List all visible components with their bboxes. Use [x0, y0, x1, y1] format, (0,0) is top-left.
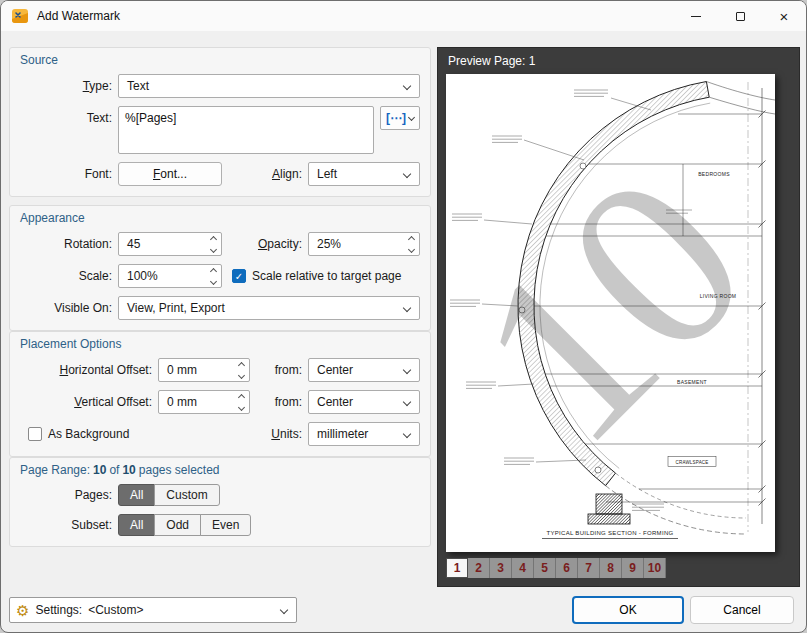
- add-watermark-dialog: Add Watermark × Source Type: Text Text: …: [0, 0, 807, 633]
- placement-group: Placement Options Horizontal Offset: 0 m…: [9, 331, 431, 457]
- visible-on-value: View, Print, Export: [127, 301, 225, 315]
- page-button-2[interactable]: 2: [468, 558, 490, 578]
- opacity-value: 25%: [317, 237, 341, 251]
- units-value: millimeter: [317, 427, 368, 441]
- watermark-text-input[interactable]: %[Pages]: [118, 106, 374, 154]
- spinner-up-icon[interactable]: [210, 268, 217, 275]
- app-icon: [11, 7, 29, 25]
- spinner-up-icon[interactable]: [408, 236, 415, 243]
- vertical-offset-label: Vertical Offset:: [20, 395, 152, 409]
- pages-label: Pages:: [20, 488, 112, 502]
- spinner-down-icon[interactable]: [238, 372, 245, 379]
- window-controls: ×: [674, 1, 806, 31]
- spinner-up-icon[interactable]: [210, 236, 217, 243]
- macro-icon: [⋯]: [386, 112, 406, 124]
- scale-relative-label: Scale relative to target page: [252, 269, 401, 283]
- scale-relative-checkbox[interactable]: ✓: [232, 269, 246, 283]
- title-bar: Add Watermark ×: [1, 1, 806, 31]
- opacity-spinner[interactable]: 25%: [308, 232, 420, 256]
- font-button[interactable]: Font...: [118, 162, 222, 186]
- spinner-down-icon[interactable]: [238, 404, 245, 411]
- close-icon: ×: [780, 9, 789, 24]
- page-button-1[interactable]: 1: [446, 558, 468, 578]
- spinner-up-icon[interactable]: [238, 362, 245, 369]
- h-from-select[interactable]: Center: [308, 358, 420, 382]
- minimize-icon: [691, 16, 701, 17]
- page-button-8[interactable]: 8: [600, 558, 622, 578]
- page-button-4[interactable]: 4: [512, 558, 534, 578]
- appearance-group: Appearance Rotation: 45 Opacity: 25% Sca…: [9, 205, 431, 331]
- page-button-6[interactable]: 6: [556, 558, 578, 578]
- spinner-down-icon[interactable]: [408, 246, 415, 253]
- gear-icon: ⚙: [16, 603, 29, 618]
- scale-value: 100%: [127, 269, 158, 283]
- page-button-7[interactable]: 7: [578, 558, 600, 578]
- chevron-down-icon: [403, 304, 411, 312]
- align-select[interactable]: Left: [308, 162, 420, 186]
- scale-spinner[interactable]: 100%: [118, 264, 222, 288]
- page-range-group: Page Range:10of10pages selected Pages: A…: [9, 457, 431, 547]
- subset-segment: All Odd Even: [118, 514, 251, 536]
- chevron-down-icon: [403, 82, 411, 90]
- align-value: Left: [317, 167, 337, 181]
- cancel-button[interactable]: Cancel: [690, 596, 794, 624]
- insert-macro-button[interactable]: [⋯]: [380, 106, 420, 130]
- horizontal-offset-value: 0 mm: [167, 363, 197, 377]
- spinner-down-icon[interactable]: [210, 246, 217, 253]
- font-label: Font:: [20, 167, 112, 181]
- horizontal-offset-label: Horizontal Offset:: [20, 363, 152, 377]
- type-label: Type:: [20, 79, 112, 93]
- architectural-drawing: BEDROOMS LIVING ROOM BASEMENT CRAWLSPACE…: [446, 74, 775, 552]
- spinner-down-icon[interactable]: [210, 278, 217, 285]
- subset-even-button[interactable]: Even: [200, 514, 251, 536]
- page-button-5[interactable]: 5: [534, 558, 556, 578]
- placement-group-title: Placement Options: [10, 332, 430, 354]
- close-button[interactable]: ×: [762, 1, 806, 31]
- room-label-crawlspace: CRAWLSPACE: [675, 460, 708, 465]
- v-from-select[interactable]: Center: [308, 390, 420, 414]
- ok-button[interactable]: OK: [572, 596, 684, 624]
- page-button-10[interactable]: 10: [644, 558, 666, 578]
- chevron-down-icon: [280, 606, 288, 614]
- room-label-basement: BASEMENT: [677, 379, 707, 385]
- appearance-group-title: Appearance: [10, 206, 430, 228]
- align-label: Align:: [272, 167, 302, 181]
- as-background-checkbox[interactable]: [28, 427, 42, 441]
- horizontal-offset-spinner[interactable]: 0 mm: [158, 358, 250, 382]
- preview-page-label: Preview Page: 1: [438, 48, 799, 74]
- settings-select[interactable]: ⚙ Settings: <Custom>: [9, 597, 297, 623]
- pages-custom-button[interactable]: Custom: [154, 484, 219, 506]
- spinner-up-icon[interactable]: [238, 394, 245, 401]
- h-from-label: from:: [275, 363, 302, 377]
- check-icon: ✓: [235, 271, 243, 282]
- chevron-down-icon: [408, 113, 415, 120]
- total-count: 10: [122, 463, 135, 477]
- rotation-value: 45: [127, 237, 140, 251]
- settings-label: Settings:: [35, 603, 82, 617]
- window-title: Add Watermark: [37, 9, 120, 23]
- preview-page: BEDROOMS LIVING ROOM BASEMENT CRAWLSPACE…: [446, 74, 775, 552]
- type-select[interactable]: Text: [118, 74, 420, 98]
- h-from-value: Center: [317, 363, 353, 377]
- maximize-button[interactable]: [718, 1, 762, 31]
- subset-odd-button[interactable]: Odd: [154, 514, 201, 536]
- pages-all-button[interactable]: All: [118, 484, 155, 506]
- units-select[interactable]: millimeter: [308, 422, 420, 446]
- room-label-living-room: LIVING ROOM: [700, 293, 737, 299]
- opacity-label: Opacity:: [258, 237, 302, 251]
- page-button-9[interactable]: 9: [622, 558, 644, 578]
- maximize-icon: [736, 12, 745, 21]
- minimize-button[interactable]: [674, 1, 718, 31]
- chevron-down-icon: [403, 430, 411, 438]
- vertical-offset-spinner[interactable]: 0 mm: [158, 390, 250, 414]
- chevron-down-icon: [403, 366, 411, 374]
- source-group: Source Type: Text Text: %[Pages] [⋯] Fon…: [9, 47, 431, 197]
- visible-on-label: Visible On:: [20, 301, 112, 315]
- rotation-spinner[interactable]: 45: [118, 232, 222, 256]
- room-label-bedrooms: BEDROOMS: [698, 171, 730, 177]
- subset-all-button[interactable]: All: [118, 514, 155, 536]
- rotation-label: Rotation:: [20, 237, 112, 251]
- visible-on-select[interactable]: View, Print, Export: [118, 296, 420, 320]
- page-button-3[interactable]: 3: [490, 558, 512, 578]
- subset-label: Subset:: [20, 518, 112, 532]
